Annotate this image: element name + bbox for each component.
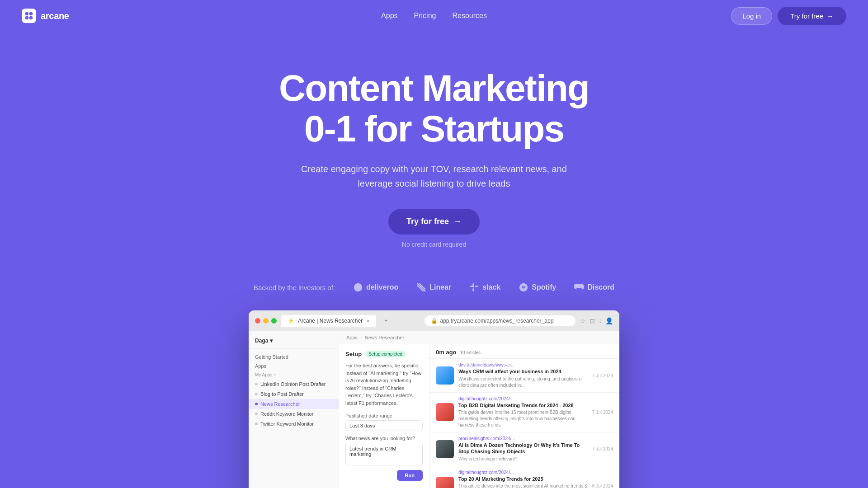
setup-header: Setup Setup completed <box>345 351 423 357</box>
setup-badge: Setup completed <box>365 351 406 357</box>
logo-icon <box>22 9 36 23</box>
result-thumb-1 <box>436 403 454 421</box>
screenshot-section: ⚡ Arcane | News Researcher ✕ + 🔒 app.try… <box>0 310 868 488</box>
nav-links: Apps Pricing Resources <box>381 12 487 20</box>
nav-resources[interactable]: Resources <box>452 12 486 20</box>
result-date-0: 7 Jul 2024 <box>592 373 613 378</box>
dot-minimize[interactable] <box>263 318 269 324</box>
result-date-1: 7 Jul 2024 <box>592 410 613 415</box>
active-tab[interactable]: ⚡ Arcane | News Researcher ✕ <box>281 315 376 327</box>
bookmark-icon[interactable]: ☆ <box>580 317 586 324</box>
sidebar-blog[interactable]: Blog to Post Drafter <box>249 389 339 399</box>
browser-dots <box>255 318 277 324</box>
backer-discord: Discord <box>574 282 614 292</box>
navbar: arcane Apps Pricing Resources Log in Try… <box>0 0 868 32</box>
browser-bar: ⚡ Arcane | News Researcher ✕ + 🔒 app.try… <box>249 310 619 331</box>
result-date-2: 7 Jul 2024 <box>592 446 613 451</box>
sidebar-dot-linkedin <box>255 383 258 385</box>
result-info-2: procureinsights.com/2024/... AI is Dime … <box>458 436 588 462</box>
svg-rect-2 <box>25 16 28 19</box>
logo-text: arcane <box>41 11 69 21</box>
result-info-0: dev.to/danieldavis/ways-cr... Ways CRM w… <box>458 362 588 388</box>
setup-panel: Setup Setup completed For the best answe… <box>339 344 429 488</box>
result-date-3: 6 Jul 2024 <box>592 483 613 488</box>
svg-rect-7 <box>470 286 474 287</box>
results-count: 10 articles <box>460 350 481 355</box>
result-item-1[interactable]: digitalthoughtz.com/2024/... Top B2B Dig… <box>429 393 619 432</box>
result-source-2: procureinsights.com/2024/... <box>458 436 588 441</box>
result-title-3: Top 20 AI Marketing Trends for 2025 <box>458 476 588 482</box>
sidebar-apps[interactable]: Apps <box>249 361 339 371</box>
login-button[interactable]: Log in <box>731 7 772 25</box>
result-item-2[interactable]: procureinsights.com/2024/... AI is Dime … <box>429 432 619 466</box>
result-desc-2: Why is technology irrelevant? <box>458 456 588 462</box>
nav-apps[interactable]: Apps <box>381 12 397 20</box>
date-field[interactable]: Last 3 days <box>345 420 423 431</box>
try-free-nav-button[interactable]: Try for free → <box>778 7 846 25</box>
sidebar-linkedin[interactable]: LinkedIn Opinion Post Drafter <box>249 379 339 389</box>
result-thumb-0 <box>436 366 454 385</box>
address-bar[interactable]: 🔒 app.tryarcane.com/apps/news_researcher… <box>425 315 576 326</box>
result-title-2: AI is Dime A Dozen Technology Or Why It'… <box>458 442 588 455</box>
result-item-0[interactable]: dev.to/danieldavis/ways-cr... Ways CRM w… <box>429 359 619 392</box>
result-source-1: digitalthoughtz.com/2024/... <box>458 396 588 401</box>
tab-close-icon[interactable]: ✕ <box>366 319 370 324</box>
result-info-3: digitalthoughtz.com/2024/... Top 20 AI M… <box>458 470 588 488</box>
date-label: Published date range <box>345 413 423 418</box>
svg-rect-8 <box>475 286 478 287</box>
breadcrumb-apps[interactable]: Apps <box>346 335 358 340</box>
sidebar-twitter[interactable]: Twitter Keyword Monitor <box>249 419 339 429</box>
browser-actions: ☆ ⊡ ↓ 👤 <box>580 317 613 324</box>
result-desc-0: Workflows connected to the gathering, st… <box>458 376 588 389</box>
hero-section: Content Marketing 0-1 for Startups Creat… <box>0 32 868 266</box>
my-apps-label: My Apps + <box>249 371 339 379</box>
run-button[interactable]: Run <box>397 470 423 481</box>
backer-deliveroo: deliveroo <box>353 282 398 292</box>
results-title: 0m ago <box>436 349 457 356</box>
new-tab[interactable]: + <box>378 315 394 327</box>
logo[interactable]: arcane <box>22 9 69 23</box>
setup-description: For the best answers, be specific. Inste… <box>345 362 423 407</box>
sidebar-news-researcher[interactable]: News Researcher <box>249 399 339 409</box>
sidebar-dot-blog <box>255 393 258 395</box>
result-thumb-2 <box>436 440 454 458</box>
result-thumb-3 <box>436 477 454 488</box>
avatar-icon[interactable]: 👤 <box>605 317 613 324</box>
breadcrumb-page: News Researcher <box>365 335 404 340</box>
dot-close[interactable] <box>255 318 260 324</box>
result-desc-3: This article delves into the most signif… <box>458 483 588 488</box>
result-source-3: digitalthoughtz.com/2024/... <box>458 470 588 475</box>
svg-rect-0 <box>25 12 28 15</box>
app-main-column: Apps › News Researcher Setup Setup compl… <box>339 331 619 488</box>
result-title-0: Ways CRM will affect your business in 20… <box>458 368 588 375</box>
backers-label: Backed by the investors of: <box>254 284 335 291</box>
result-item-3[interactable]: digitalthoughtz.com/2024/... Top 20 AI M… <box>429 466 619 488</box>
sidebar-user: Daga ▾ <box>249 338 339 349</box>
backer-slack: slack <box>469 282 500 292</box>
setup-title: Setup <box>345 351 362 357</box>
hero-title: Content Marketing 0-1 for Startups <box>9 68 859 149</box>
result-source-0: dev.to/danieldavis/ways-cr... <box>458 362 588 367</box>
query-label: What news are you looking for? <box>345 436 423 441</box>
query-field[interactable]: Latest trends in CRM marketing <box>345 443 423 465</box>
backer-spotify: Spotify <box>519 282 556 292</box>
backers-section: Backed by the investors of: deliveroo Li… <box>0 282 868 292</box>
svg-rect-3 <box>29 16 33 19</box>
try-free-hero-button[interactable]: Try for free → <box>388 209 480 235</box>
result-desc-1: This guide delves into the 15 most promi… <box>458 409 588 428</box>
no-cc-text: No credit card required <box>9 241 859 248</box>
results-panel: 0m ago 10 articles dev.to/danieldavis/wa… <box>429 344 619 488</box>
breadcrumb-sep: › <box>360 335 362 340</box>
sidebar-dot-reddit <box>255 413 258 415</box>
sidebar-getting-started[interactable]: Getting Started <box>249 352 339 361</box>
download-icon[interactable]: ↓ <box>599 317 602 324</box>
app-sidebar: Daga ▾ Getting Started Apps My Apps + Li… <box>249 331 339 488</box>
browser-window: ⚡ Arcane | News Researcher ✕ + 🔒 app.try… <box>249 310 619 488</box>
sidebar-reddit[interactable]: Reddit Keyword Monitor <box>249 409 339 419</box>
svg-rect-1 <box>29 12 33 15</box>
nav-pricing[interactable]: Pricing <box>414 12 436 20</box>
hero-subtitle: Create engaging copy with your TOV, rese… <box>9 162 859 191</box>
dot-maximize[interactable] <box>271 318 277 324</box>
fullscreen-icon[interactable]: ⊡ <box>590 317 595 324</box>
result-info-1: digitalthoughtz.com/2024/... Top B2B Dig… <box>458 396 588 428</box>
